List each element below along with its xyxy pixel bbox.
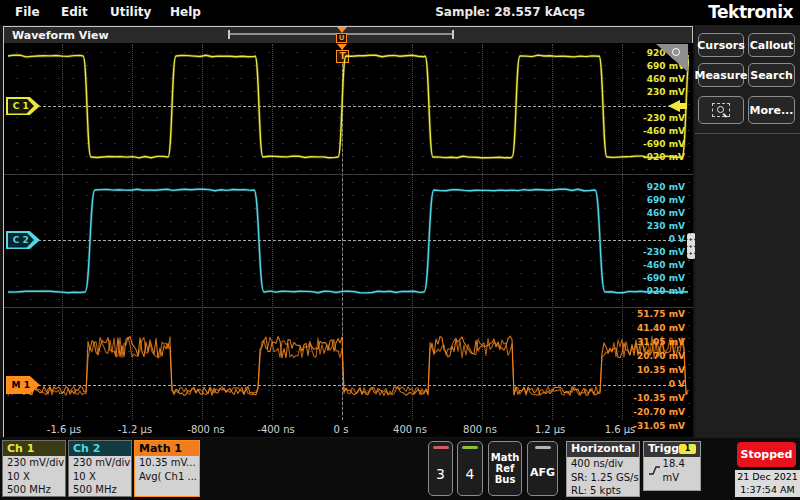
settings-bar: Ch 1 230 mV/div 10 X 500 MHz Ch 2 230 mV… bbox=[0, 438, 800, 500]
tektronix-logo: Tektronix bbox=[708, 2, 793, 22]
gridline-vertical bbox=[552, 44, 553, 420]
zoom-select-icon bbox=[712, 103, 730, 117]
axis-label: 20.70 mV bbox=[637, 351, 685, 361]
time-label: 1:37:54 AM bbox=[735, 483, 800, 496]
trigger-source-badge: 1 bbox=[679, 444, 696, 454]
axis-label: -460 mV bbox=[643, 260, 685, 270]
menu-file[interactable]: File bbox=[15, 5, 40, 19]
time-axis-label: 1.2 µs bbox=[518, 424, 582, 435]
horizontal-scale: 400 ns/div bbox=[567, 457, 639, 471]
expansion-point-icon[interactable]: U bbox=[336, 33, 347, 43]
zero-volt-line bbox=[8, 106, 686, 107]
time-axis-label: -1.2 µs bbox=[103, 424, 167, 435]
afg-button[interactable]: AFG bbox=[527, 441, 558, 496]
search-button[interactable]: Search bbox=[748, 63, 795, 87]
ch1-scale: 230 mV/div bbox=[3, 456, 65, 470]
menu-utility[interactable]: Utility bbox=[110, 5, 151, 19]
ch2-bandwidth: 500 MHz bbox=[69, 483, 131, 497]
axis-label: -460 mV bbox=[643, 126, 685, 136]
horizontal-title: Horizontal bbox=[567, 442, 639, 457]
time-axis-label: 0 s bbox=[309, 424, 373, 435]
channel1-badge[interactable]: C 1 bbox=[6, 97, 40, 115]
magnifier-icon bbox=[672, 48, 680, 56]
ch1-badge-title: Ch 1 bbox=[3, 441, 65, 456]
ch4-button[interactable]: 4 bbox=[457, 441, 483, 496]
axis-label: -20.70 mV bbox=[633, 407, 685, 417]
ch3-label: 3 bbox=[436, 466, 445, 482]
afg-color-bar bbox=[535, 446, 551, 449]
axis-label: 460 mV bbox=[647, 208, 685, 218]
menu-edit[interactable]: Edit bbox=[61, 5, 88, 19]
panel-divider bbox=[695, 133, 800, 134]
math1-badge[interactable]: M 1 bbox=[6, 376, 40, 394]
math1-settings-badge[interactable]: Math 1 10.35 mV... Avg( Ch1 ... bbox=[134, 440, 200, 497]
axis-label: 230 mV bbox=[647, 221, 685, 231]
axis-label: 31.05 mV bbox=[637, 337, 685, 347]
ch3-button[interactable]: 3 bbox=[428, 441, 453, 496]
ch1-bandwidth: 500 MHz bbox=[3, 483, 65, 497]
trigger-settings-panel[interactable]: Trigger 1 18.4 mV bbox=[643, 441, 701, 491]
gridline-vertical bbox=[622, 44, 623, 420]
axis-label: -920 mV bbox=[643, 286, 685, 296]
zero-volt-line bbox=[8, 240, 686, 241]
slice-separator bbox=[4, 307, 693, 308]
axis-label: 0 V bbox=[669, 234, 685, 244]
zoom-select-button[interactable] bbox=[698, 96, 744, 124]
slice-separator bbox=[4, 174, 693, 175]
axis-label: -920 mV bbox=[643, 152, 685, 162]
math1-badge-title: Math 1 bbox=[135, 441, 199, 456]
time-axis-label: -400 ns bbox=[244, 424, 308, 435]
axis-label: 10.35 mV bbox=[637, 365, 685, 375]
ch2-scale: 230 mV/div bbox=[69, 456, 131, 470]
channel2-badge[interactable]: C 2 bbox=[6, 231, 40, 249]
horizontal-record-length: RL: 5 kpts bbox=[567, 484, 639, 498]
menu-bar: File Edit Utility Help Sample: 28.557 kA… bbox=[0, 0, 800, 25]
horizontal-settings-panel[interactable]: Horizontal 400 ns/div SR: 1.25 GS/s RL: … bbox=[566, 441, 640, 497]
gridline-vertical bbox=[272, 44, 273, 420]
afg-label: AFG bbox=[530, 466, 555, 479]
axis-label: 0 V bbox=[669, 379, 685, 389]
ch3-color-bar bbox=[433, 446, 449, 449]
callout-button[interactable]: Callout bbox=[748, 33, 795, 57]
axis-label: -690 mV bbox=[643, 139, 685, 149]
time-axis-label: 400 ns bbox=[378, 424, 442, 435]
axis-label: 51.75 mV bbox=[637, 309, 685, 319]
ch1-probe: 10 X bbox=[3, 470, 65, 484]
gridline-vertical bbox=[132, 44, 133, 420]
gridline-vertical bbox=[62, 44, 63, 420]
ch4-label: 4 bbox=[466, 466, 475, 482]
axis-label: 920 mV bbox=[647, 182, 685, 192]
cursors-button[interactable]: Cursors bbox=[698, 33, 744, 57]
time-axis-label: 800 ns bbox=[448, 424, 512, 435]
rising-edge-icon bbox=[648, 465, 660, 476]
gridline-vertical bbox=[482, 44, 483, 420]
ch1-settings-badge[interactable]: Ch 1 230 mV/div 10 X 500 MHz bbox=[2, 440, 66, 497]
axis-label: 41.40 mV bbox=[637, 323, 685, 333]
axis-label: 460 mV bbox=[647, 74, 685, 84]
more-button[interactable]: More... bbox=[748, 96, 795, 124]
right-panel: Cursors Callout Measure Search More... bbox=[695, 25, 800, 438]
math1-scale: 10.35 mV... bbox=[135, 456, 199, 470]
axis-label: 690 mV bbox=[647, 195, 685, 205]
axis-label: 230 mV bbox=[647, 87, 685, 97]
trigger-flag-icon[interactable]: T bbox=[336, 50, 349, 63]
datetime-display[interactable]: 21 Dec 2021 1:37:54 AM bbox=[735, 470, 800, 497]
math-ref-bus-button[interactable]: Math Ref Bus bbox=[488, 441, 522, 496]
trigger-level: 18.4 mV bbox=[644, 457, 700, 484]
axis-label: -10.35 mV bbox=[633, 393, 685, 403]
axis-label: -690 mV bbox=[643, 273, 685, 283]
acquisition-status-button[interactable]: Stopped bbox=[737, 442, 796, 467]
sample-count-label: Sample: 28.557 kAcqs bbox=[420, 5, 600, 19]
menu-help[interactable]: Help bbox=[170, 5, 201, 19]
ch2-settings-badge[interactable]: Ch 2 230 mV/div 10 X 500 MHz bbox=[68, 440, 132, 497]
time-axis-label: -1.6 µs bbox=[32, 424, 96, 435]
waveform-view-tab[interactable]: Waveform View bbox=[12, 29, 109, 42]
math1-expression: Avg( Ch1 ... bbox=[135, 470, 199, 484]
ch4-color-bar bbox=[462, 446, 478, 449]
axis-label: -230 mV bbox=[643, 113, 685, 123]
trigger-title: Trigger 1 bbox=[644, 442, 700, 457]
trigger-position-line bbox=[342, 44, 343, 420]
zero-volt-line bbox=[8, 385, 686, 386]
horizontal-sample-rate: SR: 1.25 GS/s bbox=[567, 471, 639, 485]
measure-button[interactable]: Measure bbox=[698, 63, 744, 87]
